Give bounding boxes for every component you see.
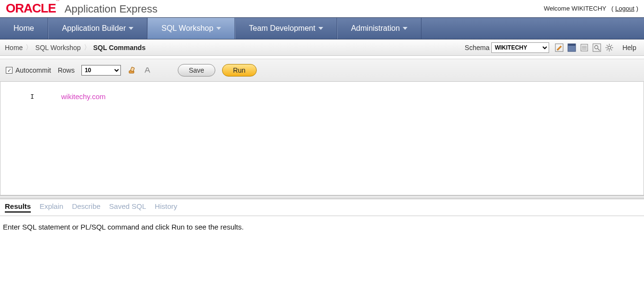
svg-point-10 xyxy=(608,46,611,49)
run-button[interactable]: Run xyxy=(222,64,257,77)
save-button[interactable]: Save xyxy=(178,64,215,77)
schema-label: Schema xyxy=(465,44,489,51)
editor-watermark: wikitechy.com xyxy=(61,92,105,101)
nav-app-builder[interactable]: Application Builder xyxy=(48,18,148,39)
autocommit-label: Autocommit xyxy=(15,66,51,74)
rows-label: Rows xyxy=(58,66,75,74)
rows-select[interactable]: 10 xyxy=(81,65,121,76)
help-link[interactable]: Help xyxy=(619,44,639,51)
results-message: Enter SQL statement or PL/SQL command an… xyxy=(0,216,644,238)
sub-bar-right: Schema WIKITECHY Help xyxy=(465,42,639,53)
breadcrumb-separator-icon: 〉 xyxy=(84,43,91,52)
list-icon[interactable] xyxy=(579,43,590,52)
svg-line-16 xyxy=(611,49,612,50)
chevron-down-icon xyxy=(129,27,133,30)
find-icon[interactable] xyxy=(591,43,602,52)
crumb-sql-commands: SQL Commands xyxy=(93,44,146,51)
sub-bar: Home 〉 SQL Workshop 〉 SQL Commands Schem… xyxy=(0,39,644,56)
gear-icon[interactable] xyxy=(604,43,615,52)
welcome-prefix: Welcome xyxy=(544,5,572,12)
nav-team-dev-label: Team Development xyxy=(249,24,315,33)
svg-line-18 xyxy=(607,49,608,50)
nav-admin[interactable]: Administration xyxy=(337,18,421,39)
text-cursor-icon: I xyxy=(30,93,31,101)
welcome-block: Welcome WIKITECHY ( Logout ) xyxy=(544,5,638,12)
breadcrumb: Home 〉 SQL Workshop 〉 SQL Commands xyxy=(5,43,145,52)
tab-describe[interactable]: Describe xyxy=(72,202,100,213)
breadcrumb-separator-icon: 〉 xyxy=(26,43,32,52)
schema-select[interactable]: WIKITECHY xyxy=(491,42,549,53)
tab-history[interactable]: History xyxy=(155,202,177,213)
nav-home[interactable]: Home xyxy=(0,18,48,39)
controls-row: ✓ Autocommit Rows 10 Save Run xyxy=(0,59,644,82)
schema-picker: Schema WIKITECHY xyxy=(465,42,549,53)
chevron-down-icon xyxy=(318,27,323,30)
svg-line-17 xyxy=(611,45,612,46)
edit-page-icon[interactable] xyxy=(554,43,565,52)
app-title: Application Express xyxy=(65,3,158,15)
chevron-down-icon xyxy=(216,27,221,30)
nav-team-dev[interactable]: Team Development xyxy=(235,18,337,39)
nav-home-label: Home xyxy=(13,24,34,33)
tab-explain[interactable]: Explain xyxy=(39,202,63,213)
nav-sql-workshop-label: SQL Workshop xyxy=(161,24,213,33)
logout-link[interactable]: Logout xyxy=(615,5,634,12)
checkbox-icon: ✓ xyxy=(6,67,13,74)
window-icon[interactable] xyxy=(566,43,577,52)
oracle-logo-text: ORACLE xyxy=(6,1,56,15)
nav-app-builder-label: Application Builder xyxy=(62,24,126,33)
pane-separator[interactable] xyxy=(0,195,644,199)
autocommit-checkbox[interactable]: ✓ Autocommit xyxy=(6,66,51,74)
crumb-home[interactable]: Home xyxy=(5,44,23,51)
run-button-label: Run xyxy=(233,66,246,74)
svg-rect-2 xyxy=(568,44,576,46)
svg-line-15 xyxy=(607,45,608,46)
tab-saved-sql[interactable]: Saved SQL xyxy=(109,202,146,213)
toolbar-icons xyxy=(554,43,615,52)
chevron-down-icon xyxy=(403,27,407,30)
tab-results[interactable]: Results xyxy=(5,202,31,213)
svg-point-8 xyxy=(595,45,598,49)
svg-line-9 xyxy=(598,49,600,51)
clear-icon[interactable] xyxy=(128,66,136,75)
app-header: ORACLE® Application Express Welcome WIKI… xyxy=(0,0,644,17)
nav-admin-label: Administration xyxy=(351,24,400,33)
save-button-label: Save xyxy=(189,66,204,74)
sql-editor[interactable]: I wikitechy.com xyxy=(0,82,644,195)
brand: ORACLE® Application Express xyxy=(6,1,158,16)
main-nav: Home Application Builder SQL Workshop Te… xyxy=(0,17,644,39)
result-tabs: Results Explain Describe Saved SQL Histo… xyxy=(0,199,644,216)
registered-icon: ® xyxy=(56,0,60,2)
format-icon[interactable] xyxy=(143,66,152,75)
oracle-logo: ORACLE® xyxy=(6,1,60,16)
username: WIKITECHY xyxy=(572,5,606,12)
crumb-sql-workshop[interactable]: SQL Workshop xyxy=(35,44,80,51)
nav-sql-workshop[interactable]: SQL Workshop xyxy=(147,18,235,39)
